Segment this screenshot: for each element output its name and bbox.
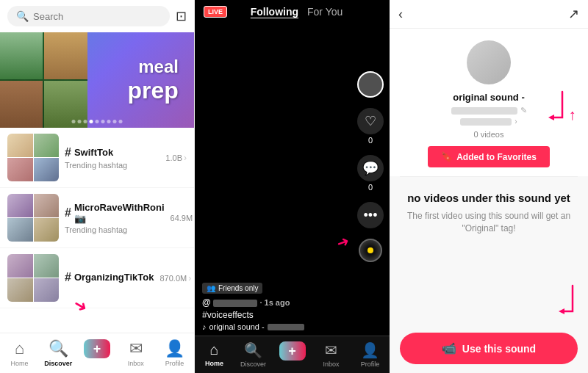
left-bottom-nav: ⌂ Home 🔍 Discover + ✉ Inbox 👤 Profile bbox=[0, 333, 194, 373]
trending-info-1: # SwiftTok Trending hashtag bbox=[65, 146, 159, 170]
nav-item-add[interactable]: + bbox=[78, 336, 117, 370]
list-item[interactable]: # MicroRaveWithRoni 📷 Trending hashtag 6… bbox=[0, 188, 194, 248]
edit-icon[interactable]: ✎ bbox=[520, 106, 527, 115]
food-cell-2 bbox=[44, 32, 87, 79]
nav-item-discover[interactable]: 🔍 Discover bbox=[39, 336, 78, 370]
expand-icon[interactable]: ⊡ bbox=[176, 8, 187, 24]
home-icon: ⌂ bbox=[15, 339, 24, 358]
nav-label-discover: Discover bbox=[44, 360, 72, 367]
sound-more-row: › bbox=[460, 117, 517, 126]
arrow-annotation-left: ➜ bbox=[70, 294, 91, 317]
hashtag-icon: # bbox=[65, 146, 71, 159]
hero-dot-9 bbox=[119, 120, 123, 123]
comment-button[interactable]: 💬 0 bbox=[357, 155, 384, 192]
hero-banner: meal prep bbox=[0, 32, 194, 128]
no-videos-title: no videos under this sound yet bbox=[400, 192, 578, 204]
more-dots-icon: ••• bbox=[357, 202, 384, 228]
video-sound[interactable]: ♪ original sound - bbox=[202, 322, 345, 331]
nav-label-profile: Profile bbox=[165, 360, 184, 367]
search-bar: 🔍 ⊡ bbox=[0, 0, 194, 32]
hero-dot-6 bbox=[101, 120, 105, 123]
trending-sub: Trending hashtag bbox=[65, 161, 159, 170]
mid-inbox-icon: ✉ bbox=[325, 341, 337, 359]
thumb-grid-3 bbox=[7, 254, 59, 302]
trending-count-2: 64.9M › bbox=[171, 213, 194, 223]
mid-nav-profile[interactable]: 👤 Profile bbox=[351, 339, 390, 370]
mid-profile-label: Profile bbox=[361, 361, 380, 368]
trending-sub: Trending hashtag bbox=[65, 225, 165, 234]
no-videos-desc: The first video using this sound will ge… bbox=[400, 210, 578, 235]
mid-nav-add[interactable]: + bbox=[273, 339, 312, 370]
chevron-right-icon: › bbox=[184, 153, 187, 163]
tab-for-you[interactable]: For You bbox=[307, 6, 343, 18]
like-count: 0 bbox=[368, 136, 373, 145]
tab-following[interactable]: Following bbox=[251, 6, 298, 18]
trending-info-3: # OrganizingTikTok bbox=[65, 271, 154, 286]
thumb-cell bbox=[34, 278, 60, 302]
mid-home-icon: ⌂ bbox=[209, 341, 218, 358]
hero-dot-1 bbox=[72, 120, 76, 123]
trending-thumb-2 bbox=[7, 194, 59, 242]
hero-dots bbox=[72, 120, 123, 123]
thumb-cell bbox=[7, 218, 33, 242]
search-wrapper[interactable]: 🔍 bbox=[7, 6, 170, 26]
trending-info-2: # MicroRaveWithRoni 📷 Trending hashtag bbox=[65, 202, 165, 234]
like-button[interactable]: ♡ 0 bbox=[357, 108, 384, 145]
comment-count: 0 bbox=[368, 183, 373, 192]
search-input[interactable] bbox=[33, 11, 161, 22]
share-icon[interactable]: ↗ bbox=[568, 6, 579, 22]
sound-author-blur bbox=[451, 107, 517, 115]
mid-home-label: Home bbox=[205, 360, 223, 367]
nav-item-profile[interactable]: 👤 Profile bbox=[155, 336, 194, 370]
nav-label-home: Home bbox=[10, 360, 28, 367]
hero-title-wrapper: meal prep bbox=[128, 57, 179, 104]
food-cell-1 bbox=[0, 32, 43, 79]
trending-name: SwiftTok bbox=[74, 147, 113, 158]
count-value: 1.0B bbox=[165, 153, 182, 162]
mid-inbox-label: Inbox bbox=[323, 361, 339, 368]
nav-item-inbox[interactable]: ✉ Inbox bbox=[116, 336, 155, 370]
right-panel: ‹ ↗ original sound - ✎ › 0 videos 🔖 Adde… bbox=[390, 0, 588, 373]
list-item[interactable]: # OrganizingTikTok 870.0M › ➜ bbox=[0, 248, 194, 308]
friends-only-badge: 👥 Friends only bbox=[202, 283, 262, 294]
hero-dot-2 bbox=[78, 120, 82, 123]
trending-thumb-1 bbox=[7, 134, 59, 181]
mid-nav-home[interactable]: ⌂ Home bbox=[195, 339, 234, 370]
hashtag-icon: # bbox=[65, 271, 71, 284]
sound-author-row: ✎ bbox=[451, 106, 527, 115]
add-button[interactable]: + bbox=[84, 339, 110, 358]
thumb-cell bbox=[7, 134, 33, 157]
food-cell-3 bbox=[0, 81, 43, 128]
thumb-cell bbox=[7, 158, 33, 181]
hero-title-line2: prep bbox=[128, 77, 179, 104]
video-hashtag[interactable]: #voiceeffects bbox=[202, 310, 345, 320]
use-sound-button[interactable]: 📹 Use this sound bbox=[400, 333, 578, 364]
profile-icon: 👤 bbox=[165, 339, 184, 358]
mid-nav-discover[interactable]: 🔍 Discover bbox=[234, 339, 273, 370]
sound-button[interactable] bbox=[359, 239, 382, 262]
video-area[interactable]: ♡ 0 💬 0 ••• 👥 Friends only bbox=[195, 0, 390, 336]
arrow-to-fav: ↑ bbox=[569, 106, 576, 123]
mid-nav-inbox[interactable]: ✉ Inbox bbox=[312, 339, 351, 370]
trending-count-1: 1.0B › bbox=[165, 153, 187, 163]
hero-dot-3 bbox=[84, 120, 87, 123]
nav-item-home[interactable]: ⌂ Home bbox=[0, 336, 39, 370]
food-grid bbox=[0, 32, 87, 128]
back-icon[interactable]: ‹ bbox=[398, 7, 403, 22]
thumb-cell bbox=[7, 254, 33, 278]
mid-add-button[interactable]: + bbox=[279, 341, 306, 361]
arrow-to-use-sound bbox=[554, 286, 576, 325]
added-to-favorites-button[interactable]: 🔖 Added to Favorites bbox=[428, 146, 550, 167]
thumb-cell bbox=[7, 278, 33, 302]
hero-dot-8 bbox=[113, 120, 117, 123]
food-overlay bbox=[0, 32, 87, 128]
sound-blur bbox=[268, 324, 304, 330]
svg-marker-1 bbox=[559, 308, 564, 314]
more-button[interactable]: ••• bbox=[357, 202, 384, 228]
thumb-grid-2 bbox=[7, 194, 59, 242]
mid-discover-label: Discover bbox=[240, 361, 266, 368]
trending-thumb-3 bbox=[7, 254, 59, 302]
thumb-cell bbox=[34, 218, 60, 242]
list-item[interactable]: # SwiftTok Trending hashtag 1.0B › bbox=[0, 128, 194, 188]
friends-icon: 👥 bbox=[207, 284, 215, 292]
